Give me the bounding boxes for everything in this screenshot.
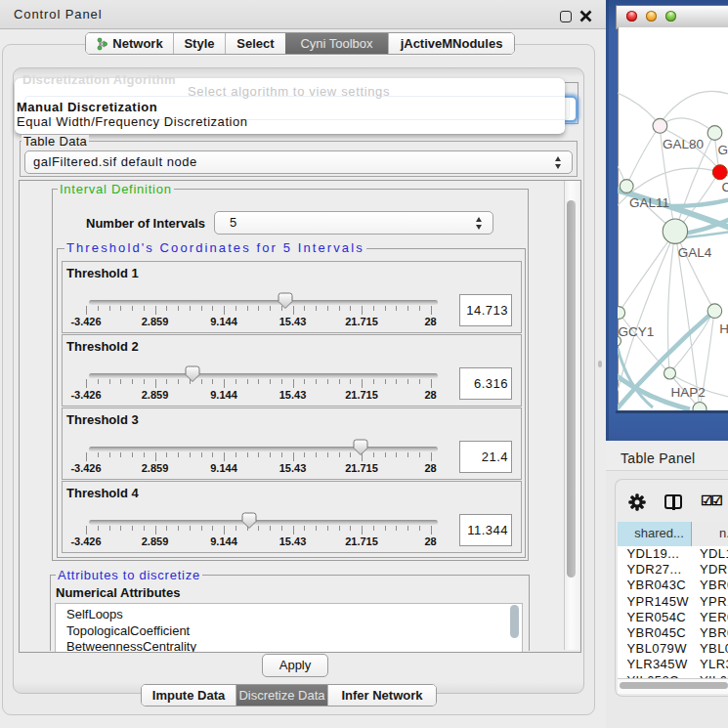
svg-text:GCY1: GCY1 [619, 324, 655, 339]
svg-text:HAP2: HAP2 [671, 385, 706, 400]
svg-text:GA: GA [718, 143, 728, 157]
svg-text:GAL80: GAL80 [663, 137, 704, 151]
svg-text:GAL4: GAL4 [678, 245, 712, 260]
svg-text:C: C [721, 180, 728, 194]
svg-text:GAL11: GAL11 [629, 195, 669, 210]
svg-text:H: H [719, 321, 728, 336]
